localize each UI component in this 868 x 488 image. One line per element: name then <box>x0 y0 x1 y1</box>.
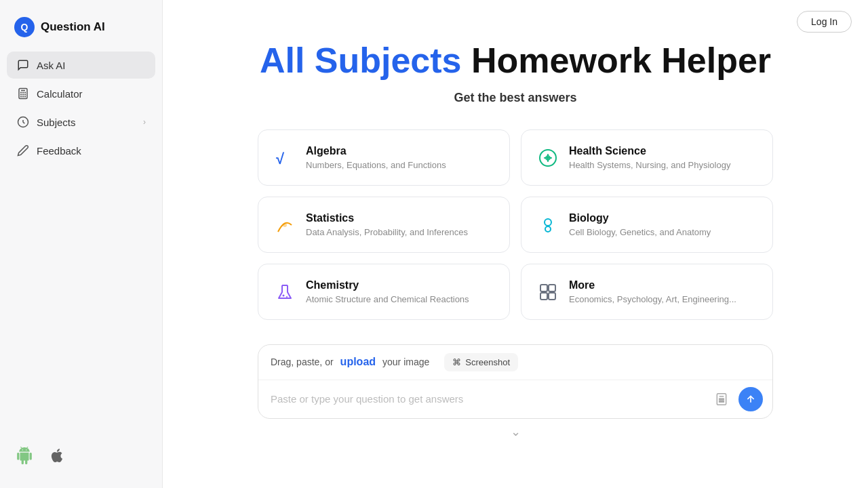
chevron-right-icon: › <box>143 117 146 127</box>
image-text: your image <box>382 357 429 367</box>
hero-title-black: Homework Helper <box>471 41 771 80</box>
algebra-desc: Numbers, Equations, and Functions <box>306 160 446 170</box>
sidebar-item-subjects[interactable]: Subjects › <box>7 108 155 136</box>
statistics-name: Statistics <box>306 212 468 224</box>
subjects-label: Subjects <box>37 117 136 128</box>
upload-row: Drag, paste, or upload your image ⌘ Scre… <box>258 345 772 380</box>
subject-card-chemistry[interactable]: Chemistry Atomic Structure and Chemical … <box>258 264 510 320</box>
svg-rect-31 <box>721 399 722 400</box>
hero-title-blue: All Subjects <box>260 41 462 80</box>
biology-name: Biology <box>569 212 711 224</box>
svg-rect-34 <box>721 401 722 402</box>
svg-rect-27 <box>549 293 555 300</box>
input-actions <box>710 387 763 411</box>
subject-card-biology[interactable]: Biology Cell Biology, Genetics, and Anat… <box>521 197 773 253</box>
submit-button[interactable] <box>738 387 763 411</box>
subject-card-more[interactable]: More Economics, Psychology, Art, Enginee… <box>521 264 773 320</box>
sidebar: Q Question AI Ask AI Calculator Subjects… <box>0 0 163 488</box>
hero-subtitle: Get the best answers <box>454 91 576 105</box>
svg-text:Q: Q <box>21 22 28 33</box>
svg-rect-32 <box>723 399 724 400</box>
more-icon <box>536 281 559 304</box>
svg-text:√: √ <box>276 150 285 167</box>
chat-icon <box>16 58 30 72</box>
statistics-desc: Data Analysis, Probability, and Inferenc… <box>306 227 468 237</box>
algebra-name: Algebra <box>306 145 446 157</box>
feedback-label: Feedback <box>37 145 146 157</box>
statistics-icon <box>273 214 296 237</box>
svg-point-19 <box>545 226 551 232</box>
main-content: Log In All Subjects Homework Helper Get … <box>163 0 868 488</box>
svg-point-22 <box>283 294 285 296</box>
sidebar-item-calculator[interactable]: Calculator <box>7 80 155 107</box>
svg-rect-30 <box>719 399 721 400</box>
subject-card-health-science[interactable]: Health Science Health Systems, Nursing, … <box>521 129 773 186</box>
header: Log In <box>781 0 868 43</box>
biology-desc: Cell Biology, Genetics, and Anatomy <box>569 227 711 237</box>
chemistry-name: Chemistry <box>306 279 469 291</box>
logo: Q Question AI <box>0 11 162 52</box>
input-row <box>258 380 772 418</box>
more-name: More <box>569 279 736 291</box>
svg-point-17 <box>283 223 287 227</box>
upload-link[interactable]: upload <box>340 356 376 368</box>
health-science-icon <box>536 146 559 169</box>
android-icon[interactable] <box>14 445 35 466</box>
sidebar-item-feedback[interactable]: Feedback <box>7 137 155 164</box>
svg-rect-26 <box>540 293 547 300</box>
svg-rect-25 <box>549 285 555 291</box>
content-area: All Subjects Homework Helper Get the bes… <box>163 0 868 465</box>
hero-title: All Subjects Homework Helper <box>260 41 771 81</box>
chemistry-desc: Atomic Structure and Chemical Reactions <box>306 294 469 304</box>
ask-ai-label: Ask AI <box>37 60 146 71</box>
store-icons <box>0 434 162 477</box>
drag-text: Drag, paste, or <box>271 357 334 367</box>
calculator-label: Calculator <box>37 88 146 100</box>
question-input[interactable] <box>268 389 710 409</box>
subjects-icon <box>16 115 30 129</box>
subjects-grid: √ Algebra Numbers, Equations, and Functi… <box>258 129 773 320</box>
subject-card-statistics[interactable]: Statistics Data Analysis, Probability, a… <box>258 197 510 253</box>
sidebar-nav: Ask AI Calculator Subjects › Feedback <box>0 52 162 434</box>
feedback-icon <box>16 144 30 157</box>
screenshot-button[interactable]: ⌘ Screenshot <box>444 353 518 371</box>
chevron-down-icon: ⌄ <box>511 419 521 445</box>
health-science-name: Health Science <box>569 145 730 157</box>
algebra-icon: √ <box>273 146 296 169</box>
logo-icon: Q <box>14 16 35 38</box>
input-area: Drag, paste, or upload your image ⌘ Scre… <box>258 344 773 419</box>
health-science-desc: Health Systems, Nursing, and Physiology <box>569 160 730 170</box>
chemistry-icon <box>273 281 296 304</box>
more-desc: Economics, Psychology, Art, Engineering.… <box>569 294 736 304</box>
screenshot-icon: ⌘ <box>452 357 461 367</box>
screenshot-label: Screenshot <box>465 357 510 367</box>
subject-card-algebra[interactable]: √ Algebra Numbers, Equations, and Functi… <box>258 129 510 186</box>
svg-rect-35 <box>723 401 724 402</box>
calculator-icon <box>16 87 30 100</box>
calculator-input-button[interactable] <box>710 388 733 411</box>
svg-rect-24 <box>540 285 547 291</box>
svg-rect-33 <box>719 401 721 402</box>
login-button[interactable]: Log In <box>797 11 852 33</box>
biology-icon <box>536 214 559 237</box>
app-name: Question AI <box>41 20 105 34</box>
svg-point-18 <box>545 219 551 226</box>
svg-point-23 <box>286 296 288 298</box>
apple-icon[interactable] <box>46 445 68 466</box>
sidebar-item-ask-ai[interactable]: Ask AI <box>7 52 155 79</box>
